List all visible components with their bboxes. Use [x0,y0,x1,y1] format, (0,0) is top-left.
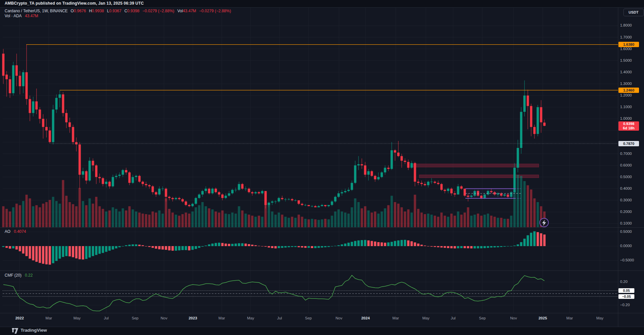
time-axis-year-label: 2022 [10,316,29,320]
time-axis-month-label: Mar [40,316,58,320]
price-axis-label: 1.6000 [620,47,632,51]
legend-item: −0.0279 (−2.88%) [142,9,174,13]
volume-series [2,175,546,227]
ao-histogram-series [2,231,546,265]
ao-indicator-legend[interactable]: AO 0.4074 [5,229,26,234]
volume-legend-value: 43.47M [25,14,38,18]
time-axis-month-label: Nov [155,316,173,320]
ao-axis-label: −0.5000 [620,258,634,262]
cmf-indicator-legend[interactable]: CMF (20) 0.22 [5,273,33,278]
time-axis-month-label: Mar [386,316,405,320]
legend-item: O0.9676 [71,9,86,13]
time-axis-month-label: Jul [444,316,462,320]
price-axis-label: 0.2000 [620,210,632,214]
price-axis-label: 0.3000 [620,198,632,202]
ohlc-values: O0.9676H0.9938L0.9367C0.9398−0.0279 (−2.… [68,9,231,13]
quick-trade-lightning-button[interactable] [539,218,549,227]
time-axis-month-label: Mar [560,316,579,320]
tradingview-published-chart: AMBCrypto_TA published on TradingView.co… [0,0,644,335]
price-axis-label: 1.4000 [620,70,632,74]
price-axis-label: 0.4000 [620,186,632,190]
cmf-axis-label: 0.20 [620,280,627,284]
time-axis-year-label: 2025 [533,316,552,320]
time-axis-month-label: Jul [270,316,289,320]
price-axis-label: 1.0000 [620,116,632,120]
attribution-bar: AMBCrypto_TA published on TradingView.co… [0,0,644,8]
legend-item: −0.0279 (−2.88%) [199,9,231,13]
cmf-axis-label: −0.20 [620,303,630,307]
price-axis-label: 0.6000 [620,163,632,167]
last-price-badge: 0.93986d 18h [618,121,639,131]
time-axis-year-label: 2023 [184,316,202,320]
time-axis-month-label: Sep [126,316,144,320]
symbol-title: Cardano / TetherUS, 1W, BINANCE [5,9,68,13]
time-axis-month-label: Sep [299,316,318,320]
time-axis-month-label: Sep [473,316,492,320]
time-axis-month-label: Nov [504,316,523,320]
ao-indicator-title: AO [5,229,10,234]
consolidation-channel[interactable] [465,189,522,198]
time-axis-month-label: Nov [330,316,348,320]
time-axis-month-label: May [241,316,260,320]
price-axis-label: 1.7000 [620,35,632,39]
legend-item: Vol43.47M [177,9,196,13]
price-axis-label: 1.5000 [620,58,632,62]
cmf-indicator-title: CMF (20) [5,273,22,278]
symbol-legend[interactable]: Cardano / TetherUS, 1W, BINANCEO0.9676H0… [5,9,231,13]
price-axis-label: 0.7000 [620,152,632,156]
candlestick-series [2,44,546,208]
tradingview-logo-icon[interactable] [12,328,18,334]
chart-plot-area[interactable] [0,0,644,335]
time-axis-month-label: Mar [212,316,231,320]
price-axis-label: 1.1000 [620,105,632,109]
legend-item: C0.9398 [124,9,139,13]
price-level-badge: 1.2460 [618,88,639,93]
price-axis-label: 0.5000 [620,175,632,179]
footer-bar [0,327,644,335]
resistance-zones [412,164,539,178]
ao-axis-label: 0.0000 [620,244,632,248]
price-level-badge: 1.6380 [618,42,639,47]
time-axis-year-label: 2024 [356,316,375,320]
volume-legend-label: Vol · ADA [5,14,22,18]
ao-indicator-value: 0.4074 [14,229,26,234]
lightning-icon [542,220,546,226]
legend-item: L0.9367 [107,9,121,13]
time-axis-month-label: May [417,316,435,320]
cmf-line-series [3,275,544,311]
time-axis-month-label: May [591,316,609,320]
cmf-indicator-value: 0.22 [25,273,33,278]
ao-axis-label: 0.5000 [620,230,632,234]
time-axis-month-label: Jul [97,316,116,320]
price-axis-label: 0.1000 [620,221,632,225]
price-axis-label: 1.8000 [620,23,632,27]
time-axis-month-label: May [68,316,86,320]
cmf-level-badge: 0.05 [618,288,634,293]
legend-item: H0.9938 [89,9,104,13]
tradingview-brand-text[interactable]: TradingView [21,328,47,333]
currency-toggle-button[interactable]: USDT [623,9,644,16]
price-level-badge: 0.7870 [618,141,639,146]
volume-legend[interactable]: Vol · ADA 43.47M [5,14,38,18]
cmf-level-badge: −0.05 [618,294,634,299]
attribution-text: AMBCrypto_TA published on TradingView.co… [5,1,144,6]
price-axis-label: 1.2000 [620,93,632,97]
price-axis-label: 1.3000 [620,82,632,86]
